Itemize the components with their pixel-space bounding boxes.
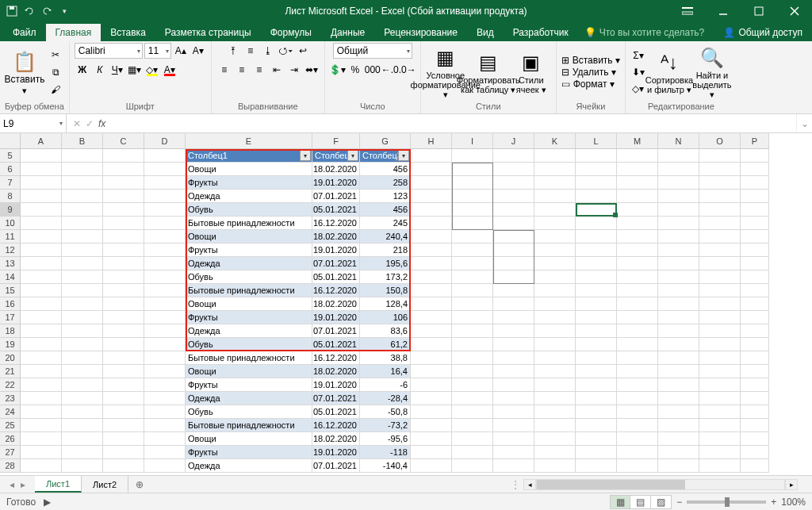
cell[interactable] <box>411 378 452 392</box>
cell[interactable] <box>576 351 617 365</box>
zoom-in-icon[interactable]: + <box>771 497 776 508</box>
cell[interactable] <box>576 284 617 297</box>
cell[interactable]: Овощи <box>186 163 312 176</box>
cell[interactable] <box>144 190 186 203</box>
cell[interactable] <box>493 365 534 378</box>
cell[interactable] <box>534 311 576 324</box>
cell[interactable] <box>576 257 617 270</box>
cell[interactable] <box>493 270 534 284</box>
cell[interactable] <box>493 392 534 405</box>
cell[interactable]: 19.01.2020 <box>312 446 360 459</box>
cell[interactable]: 19.01.2020 <box>312 243 360 257</box>
cell[interactable] <box>658 446 699 459</box>
cell[interactable] <box>144 203 186 217</box>
cell[interactable]: Бытовые принадлежности <box>186 217 312 230</box>
shrink-font-icon[interactable]: A▾ <box>190 43 206 59</box>
cell[interactable]: 05.01.2021 <box>312 405 360 419</box>
cell[interactable] <box>699 257 741 270</box>
cell[interactable] <box>576 365 617 378</box>
cell[interactable] <box>21 149 62 163</box>
cell[interactable] <box>103 405 144 419</box>
cell[interactable]: 195,6 <box>360 257 411 270</box>
cell[interactable] <box>411 243 452 257</box>
save-icon[interactable] <box>5 4 19 18</box>
minimize-icon[interactable] <box>705 0 741 22</box>
row-header[interactable]: 14 <box>0 270 21 284</box>
cell[interactable] <box>658 270 699 284</box>
select-all-corner[interactable] <box>0 133 21 149</box>
cell[interactable] <box>103 176 144 190</box>
row-header[interactable]: 12 <box>0 243 21 257</box>
cell[interactable] <box>103 243 144 257</box>
cell[interactable] <box>62 419 103 432</box>
cell[interactable] <box>534 432 576 446</box>
cell[interactable] <box>21 297 62 311</box>
cell[interactable] <box>103 459 144 473</box>
share-button[interactable]: 👤Общий доступ <box>714 24 812 41</box>
cell[interactable]: Овощи <box>186 230 312 243</box>
cell[interactable] <box>534 405 576 419</box>
cell[interactable] <box>21 217 62 230</box>
cell[interactable] <box>493 149 534 163</box>
align-center-icon[interactable]: ≡ <box>234 62 250 78</box>
cell[interactable]: Обувь <box>186 405 312 419</box>
cell[interactable] <box>741 230 769 243</box>
cell[interactable] <box>699 190 741 203</box>
format-painter-icon[interactable]: 🖌 <box>48 82 63 98</box>
cell[interactable]: 18.02.2020 <box>312 230 360 243</box>
cell[interactable] <box>144 459 186 473</box>
sheet-nav-next-icon[interactable]: ▸ <box>21 479 25 490</box>
font-name-combo[interactable]: Calibri▾ <box>75 43 143 59</box>
cell[interactable] <box>62 176 103 190</box>
cell[interactable] <box>103 270 144 284</box>
paste-button[interactable]: 📋 Вставить▾ <box>5 49 44 94</box>
cell[interactable] <box>617 392 658 405</box>
cell[interactable] <box>658 311 699 324</box>
cell[interactable] <box>576 230 617 243</box>
cell[interactable] <box>741 149 769 163</box>
row-header[interactable]: 8 <box>0 190 21 203</box>
cell[interactable] <box>658 176 699 190</box>
cell[interactable] <box>699 351 741 365</box>
cell[interactable] <box>741 203 769 217</box>
cell[interactable] <box>699 176 741 190</box>
cell[interactable] <box>452 257 493 270</box>
cell[interactable] <box>617 257 658 270</box>
row-header[interactable]: 11 <box>0 230 21 243</box>
cell[interactable]: Столбец2▾ <box>312 149 360 163</box>
border-icon[interactable]: ▦▾ <box>127 62 143 78</box>
cell[interactable] <box>493 217 534 230</box>
cell[interactable] <box>62 149 103 163</box>
column-header[interactable]: K <box>534 133 576 149</box>
tab-formulas[interactable]: Формулы <box>261 24 321 41</box>
cell[interactable] <box>534 270 576 284</box>
cell[interactable] <box>699 203 741 217</box>
cell[interactable] <box>452 217 493 230</box>
row-header[interactable]: 6 <box>0 163 21 176</box>
cell[interactable]: Одежда <box>186 257 312 270</box>
cell[interactable] <box>62 270 103 284</box>
cell[interactable] <box>699 432 741 446</box>
cell[interactable]: 07.01.2021 <box>312 257 360 270</box>
column-header[interactable]: B <box>62 133 103 149</box>
cell[interactable] <box>103 203 144 217</box>
cell[interactable] <box>576 446 617 459</box>
cell[interactable] <box>21 190 62 203</box>
column-header[interactable]: A <box>21 133 62 149</box>
cell[interactable]: Бытовые принадлежности <box>186 284 312 297</box>
cell[interactable] <box>658 432 699 446</box>
cell[interactable] <box>411 392 452 405</box>
cell[interactable]: -73,2 <box>360 419 411 432</box>
cell[interactable] <box>493 351 534 365</box>
row-header[interactable]: 24 <box>0 405 21 419</box>
redo-icon[interactable] <box>40 4 54 18</box>
cell[interactable] <box>62 324 103 338</box>
sheet-tab-2[interactable]: Лист2 <box>82 476 128 493</box>
cell[interactable] <box>62 338 103 351</box>
italic-icon[interactable]: К <box>92 62 108 78</box>
cell[interactable] <box>534 284 576 297</box>
filter-icon[interactable]: ▾ <box>347 150 358 161</box>
cell[interactable] <box>617 405 658 419</box>
cell[interactable]: 07.01.2021 <box>312 190 360 203</box>
cell[interactable] <box>62 297 103 311</box>
